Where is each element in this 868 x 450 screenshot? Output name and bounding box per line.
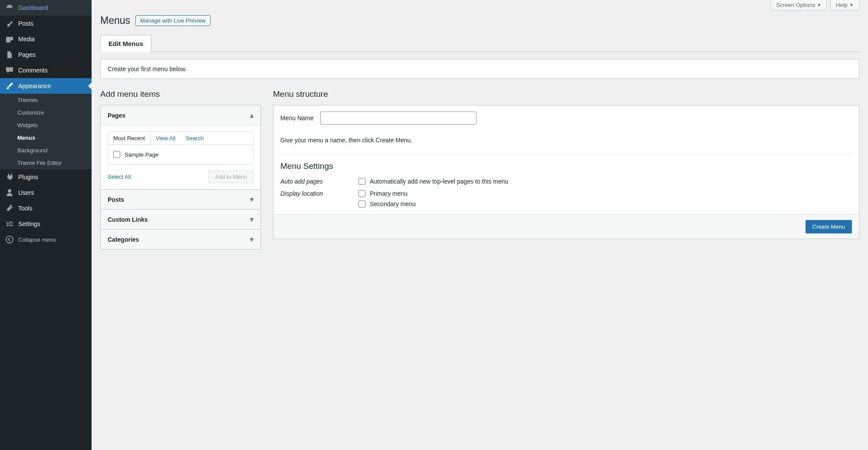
svg-point-0	[6, 236, 13, 243]
sidebar-item-settings[interactable]: Settings	[0, 216, 92, 232]
comment-icon	[5, 66, 14, 75]
tab-search[interactable]: Search	[181, 132, 209, 145]
sidebar-item-posts[interactable]: Posts	[0, 16, 92, 31]
chevron-up-icon: ▴	[250, 111, 253, 119]
accordion-categories-label: Categories	[108, 236, 139, 243]
sidebar-item-label: Appearance	[18, 82, 51, 89]
submenu-item-theme-file-editor[interactable]: Theme File Editor	[0, 157, 92, 169]
accordion-custom-links-header[interactable]: Custom Links ▾	[101, 210, 260, 229]
menu-structure-panel: Menu Name Give your menu a name, then cl…	[273, 105, 859, 239]
submenu-item-customize[interactable]: Customize	[0, 106, 92, 119]
page-checkbox[interactable]	[113, 151, 120, 158]
sidebar-item-tools[interactable]: Tools	[0, 200, 92, 216]
select-all-link[interactable]: Select All	[108, 174, 131, 180]
menu-instruction: Give your menu a name, then click Create…	[273, 131, 859, 150]
auto-add-label: Auto add pages	[280, 178, 341, 185]
help-label: Help	[836, 2, 848, 8]
create-menu-button[interactable]: Create Menu	[806, 220, 852, 233]
submenu-item-background[interactable]: Background	[0, 144, 92, 157]
brush-icon	[5, 82, 14, 90]
auto-add-option[interactable]: Automatically add new top-level pages to…	[358, 178, 508, 185]
sidebar-item-label: Tools	[18, 205, 33, 212]
plugin-icon	[5, 173, 14, 181]
submenu-item-menus[interactable]: Menus	[0, 131, 92, 144]
page-title: Menus	[100, 15, 130, 26]
submenu-item-themes[interactable]: Themes	[0, 94, 92, 106]
add-menu-items-title: Add menu items	[100, 89, 261, 99]
chevron-down-icon: ▾	[250, 195, 253, 204]
sidebar-item-dashboard[interactable]: Dashboard	[0, 0, 92, 16]
chevron-down-icon: ▾	[250, 215, 253, 223]
tab-edit-menus[interactable]: Edit Menus	[100, 35, 151, 52]
user-icon	[5, 188, 14, 197]
collapse-label: Collapse menu	[18, 236, 56, 243]
dashboard-icon	[5, 3, 14, 12]
page-icon	[5, 50, 14, 59]
sidebar-item-label: Posts	[18, 20, 33, 27]
collapse-menu-button[interactable]: Collapse menu	[0, 232, 92, 247]
display-primary-option[interactable]: Primary menu	[358, 190, 416, 197]
tools-icon	[5, 204, 14, 213]
admin-sidebar: Dashboard Posts Media Pages Comments App…	[0, 0, 92, 450]
appearance-submenu: Themes Customize Widgets Menus Backgroun…	[0, 94, 92, 169]
live-preview-button[interactable]: Manage with Live Preview	[135, 15, 210, 26]
sidebar-item-label: Pages	[18, 51, 36, 58]
chevron-down-icon: ▼	[849, 3, 854, 7]
sidebar-item-label: Dashboard	[18, 4, 48, 11]
info-notice: Create your first menu below.	[100, 59, 859, 79]
sidebar-item-label: Media	[18, 36, 35, 43]
page-item-sample[interactable]: Sample Page	[113, 151, 248, 158]
sidebar-item-appearance[interactable]: Appearance	[0, 78, 92, 94]
sidebar-item-label: Settings	[18, 220, 40, 227]
collapse-icon	[5, 235, 14, 244]
tab-view-all[interactable]: View All	[151, 132, 181, 145]
secondary-menu-text: Secondary menu	[370, 200, 416, 207]
menu-settings-title: Menu Settings	[273, 159, 859, 175]
pin-icon	[5, 19, 14, 28]
secondary-menu-checkbox[interactable]	[358, 200, 365, 207]
display-secondary-option[interactable]: Secondary menu	[358, 200, 416, 207]
accordion-posts-header[interactable]: Posts ▾	[101, 190, 260, 209]
menu-structure-title: Menu structure	[273, 89, 859, 99]
screen-options-label: Screen Options	[776, 2, 815, 8]
menu-name-label: Menu Name	[280, 115, 313, 122]
display-location-label: Display location	[280, 190, 341, 197]
page-item-label: Sample Page	[125, 151, 158, 158]
help-button[interactable]: Help ▼	[830, 0, 859, 10]
chevron-down-icon: ▼	[817, 3, 821, 7]
menu-item-accordion: Pages ▴ Most Recent View All Search S	[100, 105, 261, 250]
media-icon	[5, 35, 14, 43]
main-content: Screen Options ▼ Help ▼ Menus Manage wit…	[92, 0, 868, 450]
sidebar-item-pages[interactable]: Pages	[0, 47, 92, 62]
primary-menu-text: Primary menu	[370, 190, 408, 197]
screen-options-button[interactable]: Screen Options ▼	[771, 0, 827, 10]
sidebar-item-plugins[interactable]: Plugins	[0, 169, 92, 185]
submenu-item-widgets[interactable]: Widgets	[0, 119, 92, 131]
sidebar-item-label: Plugins	[18, 174, 38, 181]
auto-add-checkbox[interactable]	[358, 178, 365, 185]
primary-menu-checkbox[interactable]	[358, 190, 365, 197]
settings-icon	[5, 220, 14, 228]
tab-most-recent[interactable]: Most Recent	[108, 132, 151, 145]
menu-name-input[interactable]	[320, 112, 477, 125]
accordion-pages-label: Pages	[108, 112, 125, 119]
accordion-custom-links-label: Custom Links	[108, 216, 148, 223]
sidebar-item-users[interactable]: Users	[0, 185, 92, 200]
accordion-posts-label: Posts	[108, 196, 124, 203]
add-to-menu-button[interactable]: Add to Menu	[208, 171, 253, 183]
accordion-pages-header[interactable]: Pages ▴	[101, 105, 260, 125]
sidebar-item-label: Comments	[18, 67, 48, 74]
chevron-down-icon: ▾	[250, 235, 253, 243]
sidebar-item-comments[interactable]: Comments	[0, 62, 92, 78]
sidebar-item-media[interactable]: Media	[0, 31, 92, 47]
sidebar-item-label: Users	[18, 189, 34, 196]
accordion-categories-header[interactable]: Categories ▾	[101, 230, 260, 249]
auto-add-text: Automatically add new top-level pages to…	[370, 178, 508, 185]
